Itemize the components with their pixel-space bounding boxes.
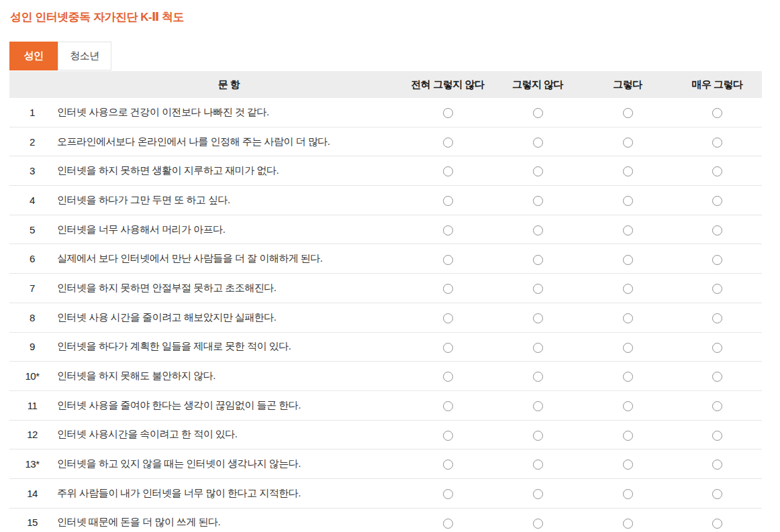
radio-option-strongly-disagree[interactable] xyxy=(443,138,453,148)
radio-option-agree[interactable] xyxy=(623,460,633,470)
radio-option-agree[interactable] xyxy=(623,284,633,294)
question-text: 인터넷을 너무 사용해서 머리가 아프다. xyxy=(55,215,403,244)
radio-option-strongly-disagree[interactable] xyxy=(443,166,453,176)
question-text: 인터넷을 하지 못해도 불안하지 않다. xyxy=(55,362,403,391)
number-column-header xyxy=(9,71,55,98)
table-row: 8 인터넷 사용 시간을 줄이려고 해보았지만 실패한다. xyxy=(9,303,762,332)
option-header-agree: 그렇다 xyxy=(583,71,673,98)
radio-option-strongly-disagree[interactable] xyxy=(443,489,453,499)
question-text: 실제에서 보다 인터넷에서 만난 사람들을 더 잘 이해하게 된다. xyxy=(55,244,403,274)
radio-option-agree[interactable] xyxy=(623,343,633,353)
table-row: 4 인터넷을 하다가 그만 두면 또 하고 싶다. xyxy=(9,186,762,215)
question-text: 인터넷 사용을 줄여야 한다는 생각이 끊임없이 들곤 한다. xyxy=(55,390,403,420)
radio-option-strongly-agree[interactable] xyxy=(712,255,722,265)
radio-option-strongly-disagree[interactable] xyxy=(443,313,453,323)
radio-option-strongly-disagree[interactable] xyxy=(443,225,453,235)
radio-option-disagree[interactable] xyxy=(533,372,543,382)
table-header-row: 문 항 전혀 그렇지 않다 그렇지 않다 그렇다 매우 그렇다 xyxy=(9,71,762,98)
question-text: 오프라인에서보다 온라인에서 나를 인정해 주는 사람이 더 많다. xyxy=(55,127,403,156)
radio-option-agree[interactable] xyxy=(623,489,633,499)
radio-option-strongly-agree[interactable] xyxy=(712,489,722,499)
option-header-disagree: 그렇지 않다 xyxy=(493,71,583,98)
radio-option-strongly-agree[interactable] xyxy=(712,401,722,411)
radio-option-strongly-disagree[interactable] xyxy=(443,196,453,206)
radio-option-agree[interactable] xyxy=(623,196,633,206)
radio-option-agree[interactable] xyxy=(623,138,633,148)
question-text: 인터넷을 하지 못하면 안절부절 못하고 초조해진다. xyxy=(55,274,403,303)
radio-option-strongly-agree[interactable] xyxy=(712,431,722,441)
questionnaire-table: 문 항 전혀 그렇지 않다 그렇지 않다 그렇다 매우 그렇다 1 인터넷 사용… xyxy=(9,71,762,532)
radio-option-strongly-disagree[interactable] xyxy=(443,343,453,353)
radio-option-disagree[interactable] xyxy=(533,431,543,441)
table-row: 13* 인터넷을 하고 있지 않을 때는 인터넷이 생각나지 않는다. xyxy=(9,449,762,479)
radio-option-strongly-agree[interactable] xyxy=(712,519,722,529)
radio-option-agree[interactable] xyxy=(623,372,633,382)
table-row: 1 인터넷 사용으로 건강이 이전보다 나빠진 것 같다. xyxy=(9,98,762,127)
radio-option-disagree[interactable] xyxy=(533,284,543,294)
radio-option-agree[interactable] xyxy=(623,431,633,441)
radio-option-disagree[interactable] xyxy=(533,401,543,411)
radio-option-strongly-agree[interactable] xyxy=(712,166,722,176)
radio-option-agree[interactable] xyxy=(623,519,633,529)
radio-option-disagree[interactable] xyxy=(533,489,543,499)
table-row: 15 인터넷 때문에 돈을 더 많이 쓰게 된다. xyxy=(9,508,762,532)
question-number: 12 xyxy=(9,420,55,449)
radio-option-strongly-disagree[interactable] xyxy=(443,372,453,382)
radio-option-agree[interactable] xyxy=(623,108,633,118)
question-text: 인터넷을 하다가 계획한 일들을 제대로 못한 적이 있다. xyxy=(55,332,403,362)
tab-youth[interactable]: 청소년 xyxy=(58,42,111,70)
table-row: 6 실제에서 보다 인터넷에서 만난 사람들을 더 잘 이해하게 된다. xyxy=(9,244,762,274)
question-number: 7 xyxy=(9,274,55,303)
radio-option-disagree[interactable] xyxy=(533,196,543,206)
radio-option-strongly-disagree[interactable] xyxy=(443,108,453,118)
radio-option-strongly-agree[interactable] xyxy=(712,343,722,353)
radio-option-strongly-agree[interactable] xyxy=(712,138,722,148)
survey-page: 성인 인터넷중독 자가진단 K-Ⅱ 척도 성인 청소년 문 항 전혀 그렇지 않… xyxy=(0,0,780,532)
radio-option-disagree[interactable] xyxy=(533,255,543,265)
radio-option-strongly-agree[interactable] xyxy=(712,460,722,470)
question-number: 5 xyxy=(9,215,55,244)
radio-option-agree[interactable] xyxy=(623,166,633,176)
radio-option-strongly-disagree[interactable] xyxy=(443,431,453,441)
table-row: 2 오프라인에서보다 온라인에서 나를 인정해 주는 사람이 더 많다. xyxy=(9,127,762,156)
question-number: 2 xyxy=(9,127,55,156)
radio-option-strongly-agree[interactable] xyxy=(712,372,722,382)
question-number: 4 xyxy=(9,186,55,215)
radio-option-strongly-agree[interactable] xyxy=(712,313,722,323)
radio-option-strongly-disagree[interactable] xyxy=(443,460,453,470)
radio-option-disagree[interactable] xyxy=(533,138,543,148)
radio-option-strongly-disagree[interactable] xyxy=(443,255,453,265)
radio-option-strongly-agree[interactable] xyxy=(712,196,722,206)
option-header-strongly-agree: 매우 그렇다 xyxy=(673,71,762,98)
radio-option-strongly-agree[interactable] xyxy=(712,108,722,118)
radio-option-strongly-disagree[interactable] xyxy=(443,401,453,411)
question-number: 10* xyxy=(9,362,55,391)
question-number: 14 xyxy=(9,478,55,508)
radio-option-strongly-agree[interactable] xyxy=(712,284,722,294)
radio-option-agree[interactable] xyxy=(623,313,633,323)
radio-option-strongly-disagree[interactable] xyxy=(443,284,453,294)
radio-option-disagree[interactable] xyxy=(533,519,543,529)
radio-option-disagree[interactable] xyxy=(533,108,543,118)
radio-option-strongly-agree[interactable] xyxy=(712,225,722,235)
question-text: 인터넷 사용시간을 속이려고 한 적이 있다. xyxy=(55,420,403,449)
question-table-body: 1 인터넷 사용으로 건강이 이전보다 나빠진 것 같다. 2 오프라인에서보다… xyxy=(9,98,762,532)
table-row: 11 인터넷 사용을 줄여야 한다는 생각이 끊임없이 들곤 한다. xyxy=(9,390,762,420)
radio-option-agree[interactable] xyxy=(623,225,633,235)
radio-option-agree[interactable] xyxy=(623,255,633,265)
radio-option-disagree[interactable] xyxy=(533,313,543,323)
radio-option-agree[interactable] xyxy=(623,401,633,411)
question-number: 9 xyxy=(9,332,55,362)
question-text: 주위 사람들이 내가 인터넷을 너무 많이 한다고 지적한다. xyxy=(55,478,403,508)
page-title: 성인 인터넷중독 자가진단 K-Ⅱ 척도 xyxy=(10,0,771,25)
question-text: 인터넷을 하고 있지 않을 때는 인터넷이 생각나지 않는다. xyxy=(55,449,403,479)
tab-bar: 성인 청소년 xyxy=(9,42,771,70)
radio-option-disagree[interactable] xyxy=(533,225,543,235)
tab-adult[interactable]: 성인 xyxy=(9,42,58,70)
radio-option-disagree[interactable] xyxy=(533,460,543,470)
table-row: 5 인터넷을 너무 사용해서 머리가 아프다. xyxy=(9,215,762,244)
radio-option-disagree[interactable] xyxy=(533,166,543,176)
radio-option-disagree[interactable] xyxy=(533,343,543,353)
radio-option-strongly-disagree[interactable] xyxy=(443,519,453,529)
table-row: 12 인터넷 사용시간을 속이려고 한 적이 있다. xyxy=(9,420,762,449)
